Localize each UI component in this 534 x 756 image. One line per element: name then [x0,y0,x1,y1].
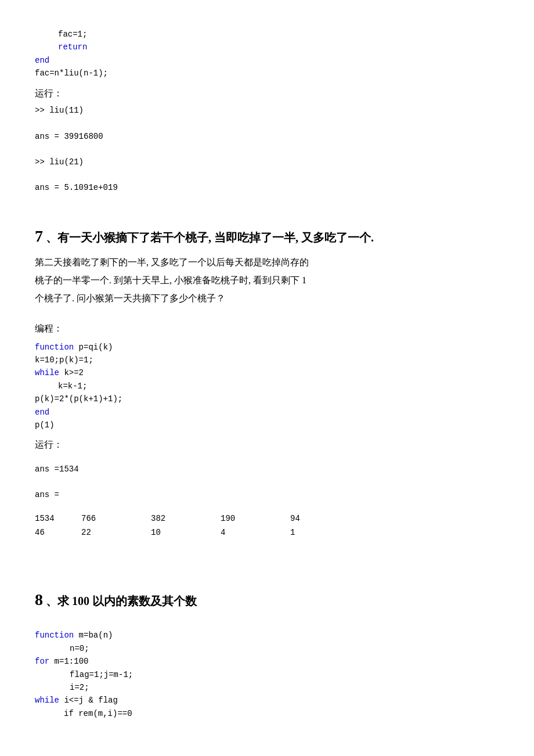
code7-line2: k=10;p(k)=1; [35,354,499,366]
matrix-r1c4: 190 [221,512,290,525]
matrix-r2c1: 46 [35,526,81,539]
section8-code: function m=ba(n) n=0; for m=1:100 flag=1… [35,629,499,720]
code7-line3: while k>=2 [35,366,499,379]
code8-line3: for m=1:100 [35,655,499,668]
matrix-r1c5: 94 [290,512,348,525]
section7-body-line3: 桃子的一半零一个. 到第十天早上, 小猴准备吃桃子时, 看到只剩下 1 [35,272,499,288]
prev-ans2-line: ans = 5.1091e+019 [35,181,499,194]
code8-line1: function m=ba(n) [35,629,499,642]
section8-title: 8 、求 100 以内的素数及其个数 [35,587,499,613]
code8-line4: flag=1;j=m-1; [35,668,499,681]
biancheng-label: 编程： [35,321,499,336]
code7-line1: function p=qi(k) [35,341,499,354]
code-line-fac-n: fac=n*liu(n-1); [35,67,499,80]
code7-line4: k=k-1; [35,380,499,393]
matrix-r1c3: 382 [151,512,221,525]
prev-run1-line: >> liu(11) [35,104,499,117]
code7-line7: p(1) [35,419,499,431]
section7-title: 7 、有一天小猴摘下了若干个桃子, 当即吃掉了一半, 又多吃了一个. [35,224,499,250]
code8-line2: n=0; [35,642,499,655]
prev-ans1-line: ans = 39916800 [35,130,499,143]
matrix-r1c2: 766 [81,512,151,525]
code-line-fac: fac=1; [35,28,499,41]
matrix-r2c3: 10 [151,526,221,539]
code7-line6: end [35,406,499,419]
matrix-r2c2: 22 [81,526,151,539]
code7-line5: p(k)=2*(p(k+1)+1); [35,393,499,405]
matrix-r2c4: 4 [221,526,290,539]
code8-line5: i=2; [35,681,499,694]
matrix-row2: 46 22 10 4 1 [35,526,499,539]
matrix-r1c1: 1534 [35,512,81,525]
ans1-result: ans =1534 [35,463,499,476]
code-line-end: end [35,54,499,67]
code-line-return: return [35,41,499,53]
yunxing-label: 运行： [35,437,499,452]
prev-code-section: fac=1; return end fac=n*liu(n-1); 运行： >>… [35,28,499,195]
code8-line7: if rem(m,i)==0 [35,707,499,720]
prev-code-block: fac=1; return end fac=n*liu(n-1); [35,28,499,80]
section7-body-line4: 个桃子了. 问小猴第一天共摘下了多少个桃子？ [35,290,499,306]
matrix-row1: 1534 766 382 190 94 [35,512,499,525]
matrix-r2c5: 1 [290,526,348,539]
code8-line6: while i<=j & flag [35,694,499,707]
prev-yunxing-label: 运行： [35,86,499,101]
section7-code: function p=qi(k) k=10;p(k)=1; while k>=2… [35,341,499,432]
section7: 7 、有一天小猴摘下了若干个桃子, 当即吃掉了一半, 又多吃了一个. 第二天接着… [35,224,499,539]
prev-run2-line: >> liu(21) [35,156,499,168]
ans2-result: ans = [35,488,499,501]
section8: 8 、求 100 以内的素数及其个数 function m=ba(n) n=0;… [35,587,499,721]
section7-body-line2: 第二天接着吃了剩下的一半, 又多吃了一个以后每天都是吃掉尚存的 [35,254,499,270]
